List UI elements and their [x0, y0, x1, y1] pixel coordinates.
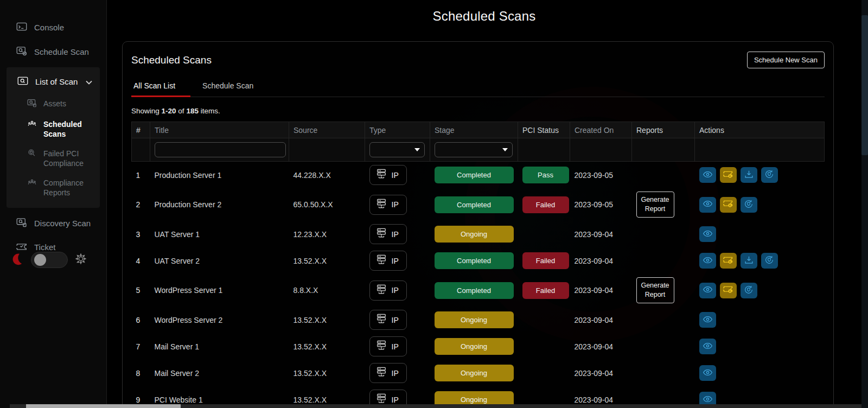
theme-toggle[interactable]	[31, 252, 68, 268]
vertical-scrollbar-track[interactable]	[861, 0, 868, 408]
table-row: 4UAT Server 213.52.X.XIPCompletedFailed2…	[132, 247, 825, 274]
type-ip-button[interactable]: IP	[369, 195, 407, 215]
sun-icon	[75, 253, 87, 267]
tab-all-scan-list[interactable]: All Scan List	[131, 76, 183, 97]
ticket-clock-icon	[723, 170, 733, 180]
sidebar-item-label: Console	[34, 23, 64, 32]
stage-badge: Completed	[435, 167, 514, 183]
type-filter-select[interactable]	[369, 142, 425, 157]
horizontal-scrollbar-track[interactable]	[10, 404, 861, 408]
rescan-button[interactable]	[741, 283, 757, 298]
column-header-title[interactable]: Title	[150, 122, 289, 138]
table-row: 8Mail Server 213.52.X.XIPOngoing2023-09-…	[132, 360, 825, 386]
scan-source: 13.52.X.X	[289, 307, 365, 333]
pci-status-cell: Pass	[518, 162, 570, 189]
scan-source: 8.8.X.X	[289, 274, 365, 307]
view-scan-button[interactable]	[699, 339, 716, 354]
sidebar-item-scheduled-scans[interactable]: Scheduled Scans	[7, 114, 100, 144]
download-report-button[interactable]	[741, 253, 757, 269]
view-scan-button[interactable]	[699, 226, 716, 242]
row-number: 1	[132, 162, 150, 189]
view-scan-button[interactable]	[699, 167, 716, 183]
create-ticket-button[interactable]	[720, 283, 737, 298]
table-row: 1Production Server 144.228.X.XIPComplete…	[132, 162, 825, 189]
scan-type-cell: IP	[365, 274, 430, 307]
server-icon	[375, 254, 387, 267]
scheduled-scans-card: Scheduled Scans Schedule New Scan All Sc…	[122, 41, 834, 408]
view-scan-button[interactable]	[699, 365, 716, 381]
view-scan-button[interactable]	[699, 283, 716, 298]
scan-type-cell: IP	[365, 221, 430, 247]
scan-title: WordPress Server 2	[150, 307, 289, 333]
column-header-type[interactable]: Type	[365, 122, 430, 138]
create-ticket-button[interactable]	[720, 167, 737, 183]
scan-title: Mail Server 2	[150, 360, 289, 386]
eye-icon	[703, 229, 713, 239]
table-filter-row	[132, 138, 825, 162]
reports-cell	[632, 307, 695, 333]
vertical-scrollbar-thumb[interactable]	[861, 15, 868, 155]
type-ip-button[interactable]: IP	[369, 224, 407, 244]
create-ticket-button[interactable]	[720, 253, 737, 269]
sidebar-item-list-of-scan[interactable]: List of Scan	[7, 69, 100, 94]
type-ip-button[interactable]: IP	[369, 310, 407, 330]
reports-cell: Generate Report	[632, 274, 695, 307]
view-scan-button[interactable]	[699, 197, 716, 213]
type-ip-button[interactable]: IP	[369, 280, 407, 301]
create-ticket-button[interactable]	[720, 197, 737, 213]
tab-schedule-scan[interactable]: Schedule Scan	[200, 76, 261, 97]
title-filter-input[interactable]	[155, 142, 286, 157]
stage-badge: Ongoing	[435, 226, 514, 243]
view-scan-button[interactable]	[699, 253, 716, 269]
rescan-button[interactable]	[761, 167, 778, 183]
generate-report-button[interactable]: Generate Report	[636, 192, 674, 218]
sidebar-item-label: Ticket	[34, 243, 55, 252]
created-on-cell: 2023-09-05	[570, 162, 632, 189]
scans-table: # Title Source Type Stage PCI Status Cre…	[131, 122, 825, 408]
rescan-button[interactable]	[761, 253, 778, 269]
horizontal-scrollbar-thumb[interactable]	[26, 404, 181, 408]
created-on-cell: 2023-09-04	[570, 247, 632, 274]
column-header-created[interactable]: Created On	[570, 122, 632, 138]
select-caret-icon	[414, 148, 420, 151]
sidebar-item-discovery-scan[interactable]: Discovery Scan	[0, 211, 106, 235]
schedule-scan-icon	[16, 46, 27, 58]
sidebar-item-assets[interactable]: Assets	[7, 94, 100, 114]
column-header-source[interactable]: Source	[289, 122, 365, 138]
view-scan-button[interactable]	[699, 312, 716, 328]
actions-cell	[695, 221, 825, 247]
reports-cell	[632, 162, 695, 189]
scan-type-cell: IP	[365, 188, 430, 221]
sidebar-item-label: Compliance Reports	[43, 178, 92, 197]
download-report-button[interactable]	[741, 167, 757, 183]
actions-cell	[695, 360, 825, 386]
row-number: 2	[132, 188, 150, 221]
sidebar-item-console[interactable]: Console	[0, 15, 106, 40]
assets-icon	[27, 99, 37, 110]
server-icon	[375, 199, 387, 211]
type-ip-button[interactable]: IP	[369, 251, 407, 271]
main-content: Scheduled Scans Scheduled Scans Schedule…	[107, 0, 861, 408]
sidebar-item-compliance-reports[interactable]: Compliance Reports	[7, 173, 100, 202]
stage-filter-select[interactable]	[435, 142, 513, 157]
sidebar-item-failed-pci-compliance[interactable]: Failed PCI Compliance	[7, 144, 100, 173]
discovery-scan-icon	[16, 218, 27, 229]
scan-title: Production Server 2	[150, 188, 289, 221]
column-header-stage[interactable]: Stage	[430, 122, 518, 138]
console-icon	[16, 22, 27, 33]
table-header-row: # Title Source Type Stage PCI Status Cre…	[132, 122, 825, 138]
pci-status-badge: Failed	[522, 252, 569, 269]
moon-icon	[10, 251, 24, 269]
schedule-new-scan-button[interactable]: Schedule New Scan	[747, 52, 825, 68]
type-ip-button[interactable]: IP	[369, 336, 407, 356]
scan-type-cell: IP	[365, 162, 430, 189]
type-ip-button[interactable]: IP	[369, 165, 407, 185]
generate-report-button[interactable]: Generate Report	[636, 277, 674, 303]
stage-cell: Ongoing	[430, 360, 518, 386]
table-row: 7Mail Server 113.52.X.XIPOngoing2023-09-…	[132, 333, 825, 360]
sidebar-item-schedule-scan[interactable]: Schedule Scan	[0, 40, 106, 64]
rescan-button[interactable]	[741, 197, 757, 213]
pci-status-badge: Failed	[522, 282, 569, 299]
type-ip-button[interactable]: IP	[369, 363, 407, 383]
pci-status-cell	[518, 360, 570, 386]
